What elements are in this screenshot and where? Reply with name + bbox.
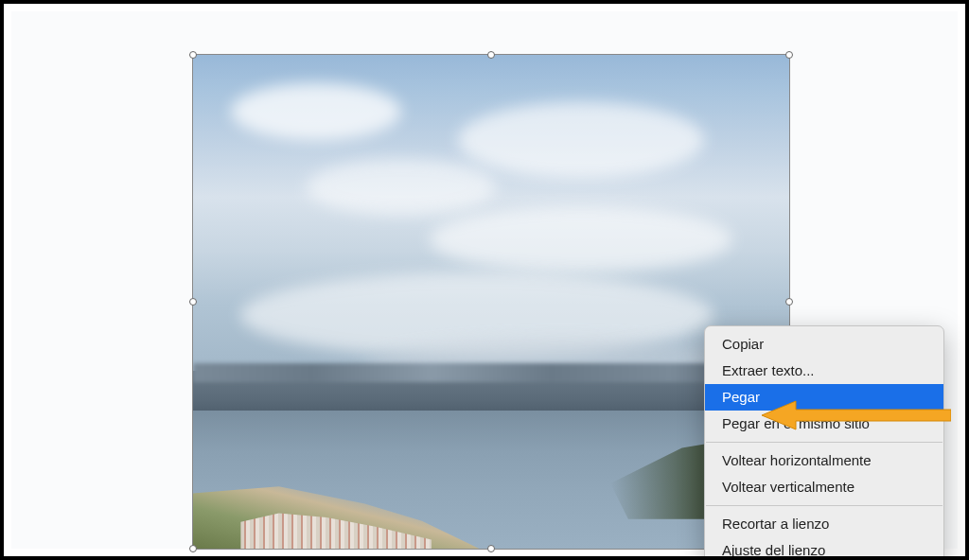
menu-item-flip-vertical[interactable]: Voltear verticalmente bbox=[705, 474, 943, 500]
resize-handle-middle-left[interactable] bbox=[189, 298, 197, 306]
context-menu[interactable]: Copiar Extraer texto... Pegar Pegar en e… bbox=[704, 325, 944, 560]
menu-item-paste-in-place[interactable]: Pegar en el mismo sitio bbox=[705, 411, 943, 437]
landscape-photo bbox=[193, 55, 789, 549]
menu-item-crop-to-canvas[interactable]: Recortar a lienzo bbox=[705, 511, 943, 537]
resize-handle-top-left[interactable] bbox=[189, 51, 197, 59]
resize-handle-top-right[interactable] bbox=[785, 51, 793, 59]
menu-separator bbox=[706, 442, 943, 443]
canvas-workspace[interactable]: Copiar Extraer texto... Pegar Pegar en e… bbox=[11, 11, 958, 549]
menu-item-extract-text[interactable]: Extraer texto... bbox=[705, 358, 943, 384]
resize-handle-top-middle[interactable] bbox=[487, 51, 495, 59]
menu-item-copy[interactable]: Copiar bbox=[705, 331, 943, 358]
menu-separator bbox=[706, 505, 943, 506]
resize-handle-bottom-left[interactable] bbox=[189, 545, 197, 552]
selected-image[interactable] bbox=[192, 54, 790, 550]
resize-handle-middle-right[interactable] bbox=[785, 298, 793, 306]
photo-sky bbox=[193, 55, 789, 411]
menu-item-canvas-fit[interactable]: Ajuste del lienzo bbox=[705, 537, 943, 560]
menu-item-flip-horizontal[interactable]: Voltear horizontalmente bbox=[705, 447, 943, 474]
menu-item-paste[interactable]: Pegar bbox=[705, 384, 943, 411]
resize-handle-bottom-middle[interactable] bbox=[487, 545, 495, 552]
